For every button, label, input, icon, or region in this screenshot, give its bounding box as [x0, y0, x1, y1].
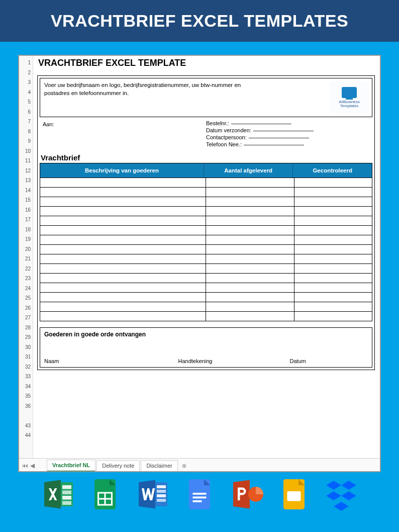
document-area: VRACHTBRIEF EXCEL TEMPLATE Voer uw bedri… [33, 56, 380, 471]
company-header-box: Voer uw bedrijfsnaam en logo, bedrijfsre… [40, 78, 372, 117]
table-cell [294, 235, 372, 244]
tab-nav-arrows[interactable]: ⏮ ◀ [22, 462, 35, 469]
nav-prev-icon[interactable]: ◀ [30, 462, 35, 469]
svg-rect-9 [157, 490, 166, 493]
svg-rect-14 [193, 497, 207, 499]
tel-label: Telefoon Nee.: [206, 141, 242, 147]
row-number: 21 [19, 254, 33, 264]
table-cell [40, 273, 206, 283]
table-cell [40, 187, 206, 197]
meta-row: Aan: Bestelnr.: Datum verzonden: Contact… [40, 119, 372, 148]
table-cell [40, 216, 206, 225]
table-cell [294, 244, 372, 254]
table-cell [206, 292, 294, 302]
meta-left: Aan: [40, 119, 206, 148]
svg-rect-8 [157, 485, 166, 488]
table-cell [40, 225, 206, 235]
tab-delivery-note[interactable]: Delivery note [96, 460, 140, 471]
table-cell [40, 178, 206, 187]
table-row [40, 254, 372, 263]
table-cell [206, 206, 294, 216]
row-number: 6 [19, 107, 33, 117]
table-row [40, 273, 372, 283]
tab-vrachtbrief-nl[interactable]: Vrachtbrief NL [47, 460, 95, 472]
row-number: 35 [19, 391, 33, 401]
table-row [40, 197, 372, 206]
table-cell [294, 197, 372, 206]
table-row [40, 235, 372, 244]
row-number: 9 [19, 136, 33, 146]
row-number [19, 411, 33, 421]
row-number: 8 [19, 127, 33, 137]
row-number: 16 [19, 205, 33, 215]
row-number: 20 [19, 244, 33, 254]
table-row [40, 263, 372, 273]
svg-rect-10 [157, 494, 166, 497]
stage: 1234567891011121314151617181920212223242… [0, 42, 399, 512]
col-header-desc: Beschrijving van goederen [40, 163, 204, 178]
section-title: Vrachtbrief [41, 153, 374, 162]
table-cell [40, 206, 206, 216]
datum-blank [253, 131, 314, 131]
row-numbers: 1234567891011121314151617181920212223242… [19, 56, 33, 471]
badge-line2: Templates [340, 104, 358, 108]
datum-label: Datum verzonden: [206, 127, 251, 133]
tab-add[interactable]: ⊕ [179, 461, 189, 471]
document-outer-border: Voer uw bedrijfsnaam en logo, bedrijfsre… [37, 75, 375, 370]
table-cell [294, 254, 372, 263]
table-cell [206, 197, 294, 206]
row-number: 43 [19, 421, 33, 431]
sig-datum: Datum [290, 358, 368, 364]
slides-icon [276, 476, 312, 512]
word-icon [134, 476, 170, 512]
row-number: 23 [19, 274, 33, 284]
table-cell [40, 311, 206, 321]
table-cell [206, 273, 294, 283]
row-number: 44 [19, 430, 33, 440]
row-number: 11 [19, 156, 33, 166]
row-number: 22 [19, 264, 33, 274]
table-cell [40, 254, 206, 263]
tab-disclaimer[interactable]: Disclaimer [141, 460, 177, 471]
nav-first-icon[interactable]: ⏮ [22, 462, 28, 469]
table-cell [294, 273, 372, 283]
monitor-icon [342, 87, 357, 98]
row-number: 1 [19, 58, 33, 68]
col-header-chk: Gecontroleerd [293, 163, 372, 178]
row-number: 10 [19, 146, 33, 156]
powerpoint-icon [229, 476, 265, 512]
table-row [40, 244, 372, 254]
svg-rect-15 [193, 500, 202, 502]
table-body [40, 178, 372, 321]
receipt-title: Goederen in goede orde ontvangen [44, 331, 368, 338]
meta-right: Bestelnr.: Datum verzonden: Contactperso… [206, 119, 372, 148]
banner-title: VRACHTBRIEF EXCEL TEMPLATES [6, 11, 393, 31]
table-cell [206, 254, 294, 263]
table-cell [206, 187, 294, 197]
table-row [40, 187, 372, 197]
company-instruction-text: Voer uw bedrijfsnaam en logo, bedrijfsre… [44, 81, 255, 97]
row-number: 32 [19, 362, 33, 372]
row-number: 34 [19, 382, 33, 392]
table-header: Beschrijving van goederen Aantal afgelev… [40, 163, 372, 178]
bestelnr-label: Bestelnr.: [206, 120, 229, 126]
tel-blank [244, 145, 304, 145]
row-number: 7 [19, 117, 33, 127]
table-row [40, 283, 372, 292]
row-number: 17 [19, 215, 33, 225]
row-number: 19 [19, 234, 33, 244]
svg-rect-1 [62, 485, 71, 489]
svg-rect-13 [193, 493, 207, 495]
row-number: 3 [19, 77, 33, 87]
contact-label: Contactpersoon: [206, 134, 247, 140]
dropbox-icon [323, 476, 359, 512]
table-cell [294, 225, 372, 235]
table-cell [294, 187, 372, 197]
row-number: 14 [19, 186, 33, 196]
row-number: 33 [19, 372, 33, 382]
sheets-icon [87, 476, 123, 512]
row-number: 12 [19, 166, 33, 176]
table-cell [294, 283, 372, 292]
table-cell [294, 178, 372, 187]
docs-icon [181, 476, 218, 512]
